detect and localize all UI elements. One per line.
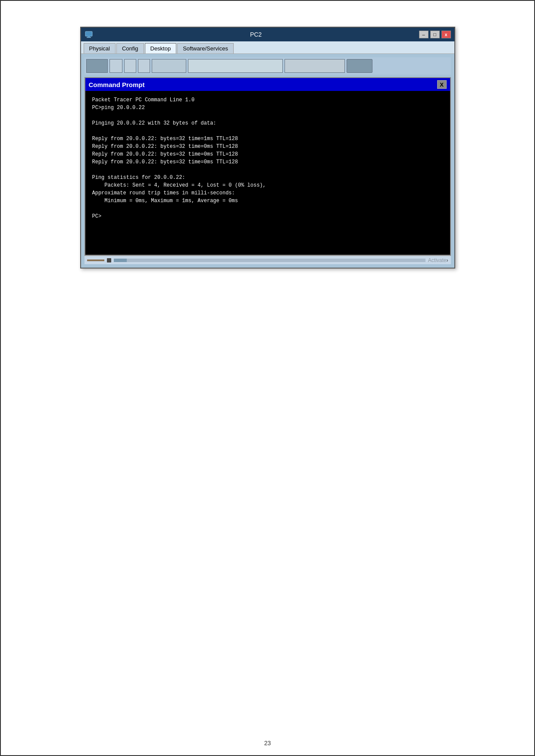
tab-desktop[interactable]: Desktop bbox=[145, 43, 177, 53]
svg-rect-1 bbox=[88, 36, 90, 37]
pc-icon bbox=[84, 30, 93, 39]
toolbar-item-3 bbox=[124, 59, 136, 73]
toolbar-item-5 bbox=[152, 59, 186, 73]
cmd-title: Command Prompt bbox=[89, 81, 145, 88]
cmd-close-button[interactable]: X bbox=[437, 80, 447, 89]
maximize-button[interactable]: □ bbox=[430, 31, 440, 38]
toolbar-item-7 bbox=[285, 59, 345, 73]
simulator-window: PC2 – □ x Physical Config Desktop Softwa… bbox=[80, 27, 455, 269]
cmd-body[interactable]: Packet Tracer PC Command Line 1.0 PC>pin… bbox=[85, 91, 450, 255]
toolbar-strip bbox=[84, 57, 451, 75]
bottom-left bbox=[87, 258, 111, 262]
bottom-line-1 bbox=[87, 259, 104, 261]
horizontal-scrollbar[interactable] bbox=[114, 259, 425, 262]
toolbar-item-6 bbox=[188, 59, 283, 73]
page-number: 23 bbox=[1, 731, 534, 755]
title-bar: PC2 – □ x bbox=[81, 28, 454, 41]
tab-software[interactable]: Software/Services bbox=[177, 43, 234, 53]
tab-physical[interactable]: Physical bbox=[84, 43, 116, 53]
svg-rect-2 bbox=[87, 37, 91, 38]
window-controls: – □ x bbox=[419, 31, 451, 38]
page-wrapper: PC2 – □ x Physical Config Desktop Softwa… bbox=[0, 0, 535, 756]
bottom-dot bbox=[107, 258, 111, 262]
scrollbar-thumb bbox=[114, 259, 127, 262]
cmd-output: Packet Tracer PC Command Line 1.0 PC>pin… bbox=[92, 96, 443, 220]
scroll-right-arrow[interactable]: › bbox=[447, 257, 448, 263]
toolbar-item-4 bbox=[138, 59, 150, 73]
command-prompt-window: Command Prompt X Packet Tracer PC Comman… bbox=[84, 77, 451, 256]
minimize-button[interactable]: – bbox=[419, 31, 429, 38]
tab-bar: Physical Config Desktop Software/Service… bbox=[81, 41, 454, 54]
activate-text: Activate bbox=[428, 257, 447, 263]
cmd-title-bar: Command Prompt X bbox=[85, 78, 450, 91]
toolbar-item-8 bbox=[347, 59, 372, 73]
tab-config[interactable]: Config bbox=[116, 43, 144, 53]
toolbar-item-1 bbox=[86, 59, 108, 73]
toolbar-item-2 bbox=[110, 59, 122, 73]
bottom-bar: Activate › bbox=[84, 256, 451, 264]
window-close-button[interactable]: x bbox=[441, 31, 451, 38]
window-title: PC2 bbox=[93, 31, 419, 38]
svg-rect-0 bbox=[85, 31, 92, 36]
main-content: Command Prompt X Packet Tracer PC Comman… bbox=[81, 54, 454, 268]
